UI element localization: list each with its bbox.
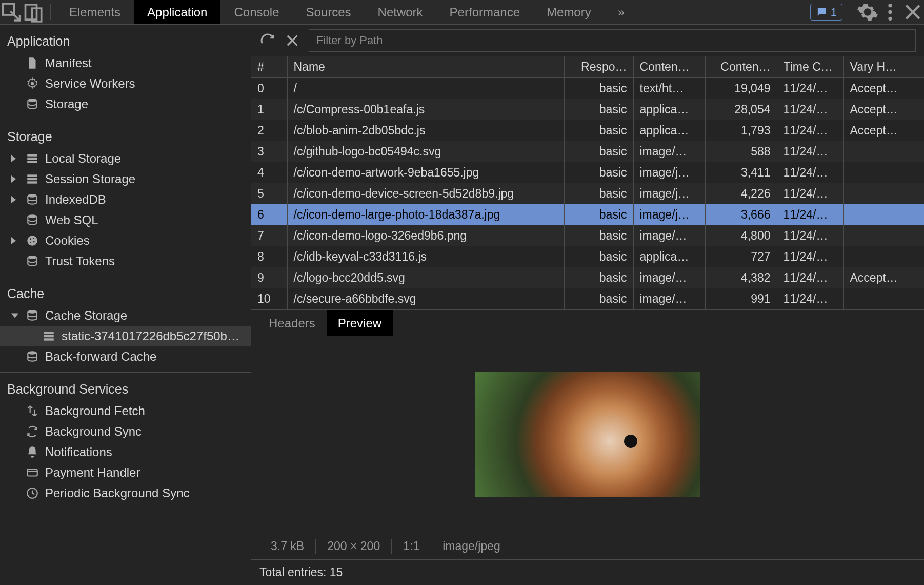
table-icon (42, 329, 55, 343)
cell-content-length: 588 (705, 141, 777, 162)
table-row[interactable]: 1/c/Compress-00b1eafa.jsbasicapplica…28,… (251, 99, 924, 120)
table-row[interactable]: 7/c/icon-demo-logo-326ed9b6.pngbasicimag… (251, 225, 924, 246)
section-storage: Storage (0, 120, 251, 148)
footer-total: Total entries: 15 (251, 559, 924, 585)
cell-time-cached: 11/24/… (777, 204, 843, 225)
refresh-icon[interactable] (259, 32, 276, 49)
table-row[interactable]: 2/c/blob-anim-2db05bdc.jsbasicapplica…1,… (251, 120, 924, 141)
cell-content-type: applica… (633, 99, 705, 120)
cell-content-length: 4,226 (705, 183, 777, 204)
preview-pane (251, 336, 924, 533)
sidebar-item-web-sql[interactable]: Web SQL (0, 210, 251, 230)
col-response-type[interactable]: Respo… (564, 56, 633, 78)
close-icon[interactable] (901, 0, 924, 24)
cell-content-length: 4,800 (705, 225, 777, 246)
tab-elements[interactable]: Elements (56, 0, 134, 24)
gear-icon (26, 77, 39, 90)
sidebar-item-session-storage[interactable]: Session Storage (0, 169, 251, 189)
cache-entries-table: # Name Respo… Conten… Conten… Time C… Va… (251, 56, 924, 310)
cell-vary-header (843, 225, 924, 246)
sidebar-item-storage[interactable]: Storage (0, 94, 251, 114)
cell-content-length: 3,666 (705, 204, 777, 225)
cell-name: / (287, 78, 564, 100)
detail-tab-preview[interactable]: Preview (327, 310, 393, 336)
col-vary-header[interactable]: Vary H… (843, 56, 924, 78)
document-icon (26, 56, 39, 70)
sidebar-item-cookies[interactable]: Cookies (0, 230, 251, 251)
inspect-icon[interactable] (0, 0, 23, 24)
table-row[interactable]: 4/c/icon-demo-artwork-9eba1655.jpgbasici… (251, 162, 924, 183)
sidebar-item-service-workers[interactable]: Service Workers (0, 73, 251, 94)
sidebar-item-back-forward-cache[interactable]: Back-forward Cache (0, 346, 251, 367)
tab-console[interactable]: Console (220, 0, 292, 24)
svg-point-3 (888, 4, 892, 7)
cell-time-cached: 11/24/… (777, 120, 843, 141)
cell-content-type: applica… (633, 246, 705, 267)
col-content-length[interactable]: Conten… (705, 56, 777, 78)
tab-more[interactable]: » (605, 0, 638, 24)
tab-memory[interactable]: Memory (533, 0, 605, 24)
table-row[interactable]: 6/c/icon-demo-large-photo-18da387a.jpgba… (251, 204, 924, 225)
cell-vary-header (843, 288, 924, 310)
cell-index: 9 (251, 267, 287, 288)
cell-index: 5 (251, 183, 287, 204)
sidebar-item-cache-storage[interactable]: Cache Storage (0, 305, 251, 326)
table-row[interactable]: 9/c/logo-bcc20dd5.svgbasicimage/…4,38211… (251, 267, 924, 288)
tab-performance[interactable]: Performance (436, 0, 533, 24)
sidebar-item-cache-storage-entry[interactable]: static-3741017226db5c27f50b… (0, 326, 251, 346)
device-toggle-icon[interactable] (23, 0, 45, 24)
sidebar-item-background-fetch[interactable]: Background Fetch (0, 401, 251, 421)
cell-time-cached: 11/24/… (777, 99, 843, 120)
table-row[interactable]: 0/basictext/ht…19,04911/24/…Accept… (251, 78, 924, 100)
svg-point-17 (30, 238, 31, 240)
cell-index: 7 (251, 225, 287, 246)
cell-vary-header (843, 162, 924, 183)
sidebar-item-indexeddb[interactable]: IndexedDB (0, 189, 251, 210)
section-application: Application (0, 25, 251, 53)
cell-response-type: basic (564, 78, 633, 100)
col-content-type[interactable]: Conten… (633, 56, 705, 78)
sidebar-item-manifest[interactable]: Manifest (0, 53, 251, 73)
col-time-cached[interactable]: Time C… (777, 56, 843, 78)
cell-response-type: basic (564, 288, 633, 310)
sync-icon (26, 425, 39, 438)
cell-content-type: image/j… (633, 183, 705, 204)
cell-response-type: basic (564, 162, 633, 183)
svg-point-5 (888, 17, 892, 21)
sidebar-item-periodic-sync[interactable]: Periodic Background Sync (0, 483, 251, 503)
messages-badge[interactable]: 1 (810, 4, 842, 21)
table-row[interactable]: 5/c/icon-demo-device-screen-5d52d8b9.jpg… (251, 183, 924, 204)
filter-input[interactable] (309, 29, 916, 52)
clear-icon[interactable] (284, 32, 300, 49)
status-mime: image/jpeg (431, 539, 512, 553)
database-icon (26, 309, 39, 322)
gear-icon[interactable] (856, 0, 879, 24)
cell-content-type: image/… (633, 288, 705, 310)
tab-application[interactable]: Application (134, 0, 220, 24)
cell-index: 10 (251, 288, 287, 310)
cell-vary-header (843, 204, 924, 225)
col-index[interactable]: # (251, 56, 287, 78)
svg-rect-8 (27, 154, 37, 156)
svg-rect-13 (27, 181, 37, 183)
credit-card-icon (26, 466, 39, 479)
svg-rect-12 (27, 178, 37, 180)
table-row[interactable]: 3/c/github-logo-bc05494c.svgbasicimage/…… (251, 141, 924, 162)
table-row[interactable]: 10/c/secure-a66bbdfe.svgbasicimage/…9911… (251, 288, 924, 310)
tab-network[interactable]: Network (365, 0, 436, 24)
table-icon (26, 172, 39, 186)
sidebar-item-trust-tokens[interactable]: Trust Tokens (0, 251, 251, 271)
sidebar-item-background-sync[interactable]: Background Sync (0, 421, 251, 442)
svg-rect-10 (27, 161, 37, 163)
sidebar-item-local-storage[interactable]: Local Storage (0, 148, 251, 169)
cell-name: /c/idb-keyval-c33d3116.js (287, 246, 564, 267)
cell-content-type: image/j… (633, 204, 705, 225)
col-name[interactable]: Name (287, 56, 564, 78)
detail-tab-headers[interactable]: Headers (257, 310, 327, 336)
table-row[interactable]: 8/c/idb-keyval-c33d3116.jsbasicapplica…7… (251, 246, 924, 267)
sidebar-item-notifications[interactable]: Notifications (0, 442, 251, 462)
tab-sources[interactable]: Sources (293, 0, 365, 24)
sidebar-item-payment-handler[interactable]: Payment Handler (0, 462, 251, 483)
cell-index: 3 (251, 141, 287, 162)
kebab-menu-icon[interactable] (879, 0, 901, 24)
